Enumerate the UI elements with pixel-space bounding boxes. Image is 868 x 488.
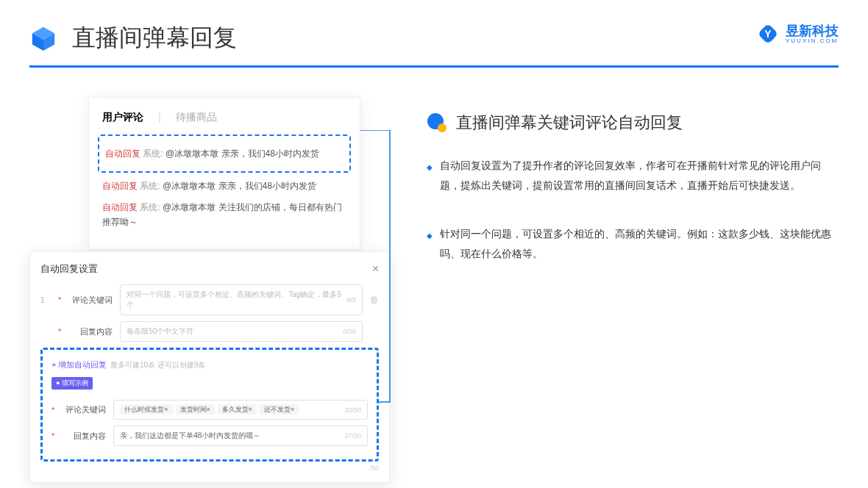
modal-title: 自动回复设置 xyxy=(40,262,98,276)
example-keyword-input: 什么时候发货×发货时间×多久发货×还不发货× 20/50 xyxy=(113,400,368,420)
keyword-label: 评论关键词 xyxy=(68,295,113,306)
brand-url: YUUXIN.COM xyxy=(786,37,839,44)
page-title: 直播间弹幕回复 xyxy=(72,22,237,54)
content-input[interactable]: 每条限50个中文字符 0/50 xyxy=(120,321,363,342)
brand-diamond-icon: Y xyxy=(756,22,780,46)
svg-point-6 xyxy=(438,123,447,132)
cube-logo-icon xyxy=(29,24,57,52)
content-label: 回复内容 xyxy=(68,326,113,337)
example-badge: ● 填写示例 xyxy=(51,377,93,390)
header-divider xyxy=(29,65,839,68)
diamond-icon: ◆ xyxy=(427,160,433,195)
example-section: + 增加自动回复 最多可建10条 还可以创建9条 ● 填写示例 * 评论关键词 … xyxy=(40,348,379,462)
keyword-input[interactable]: 对同一个问题，可设置多个相近、高频的关键词。Tag确定，最多5个 0/5 xyxy=(120,284,363,315)
highlighted-message: 自动回复 系统: @冰墩墩本墩 亲亲，我们48小时内发货 xyxy=(98,134,351,173)
bubble-icon xyxy=(427,112,447,133)
brand-name: 昱新科技 xyxy=(786,24,839,37)
tab-user-comments[interactable]: 用户评论 xyxy=(102,111,143,124)
auto-reply-settings-modal: 自动回复设置 × 1 * 评论关键词 对同一个问题，可设置多个相近、高频的关键词… xyxy=(29,251,390,483)
section-title: 直播间弹幕关键词评论自动回复 xyxy=(456,112,683,134)
diamond-icon: ◆ xyxy=(427,229,433,263)
bullet-2: ◆ 针对同一个问题，可设置多个相近的、高频的关键词。例如：这款多少钱、这块能优惠… xyxy=(427,224,839,263)
comments-panel: 用户评论 | 待播商品 自动回复 系统: @冰墩墩本墩 亲亲，我们48小时内发货… xyxy=(88,97,360,250)
message-row: 自动回复 系统: @冰墩墩本墩 亲亲，我们48小时内发货 xyxy=(102,179,346,193)
bullet-1: ◆ 自动回复设置为了提升作者的评论回复效率，作者可在开播前针对常见的评论用户问题… xyxy=(427,156,839,195)
add-auto-reply-link[interactable]: + 增加自动回复 xyxy=(51,360,107,369)
tab-pending-goods[interactable]: 待播商品 xyxy=(176,111,217,124)
message-row: 自动回复 系统: @冰墩墩本墩 关注我们的店铺，每日都有热门推荐呦～ xyxy=(102,200,346,230)
auto-reply-tag: 自动回复 xyxy=(105,148,140,159)
svg-text:Y: Y xyxy=(764,28,772,40)
example-content-input: 亲，我们这边都是下单48小时内发货的哦～ 37/50 xyxy=(113,426,368,446)
close-icon[interactable]: × xyxy=(372,262,379,276)
brand-block: Y 昱新科技 YUUXIN.COM xyxy=(756,22,839,46)
trash-icon[interactable]: 🗑 xyxy=(370,295,379,305)
